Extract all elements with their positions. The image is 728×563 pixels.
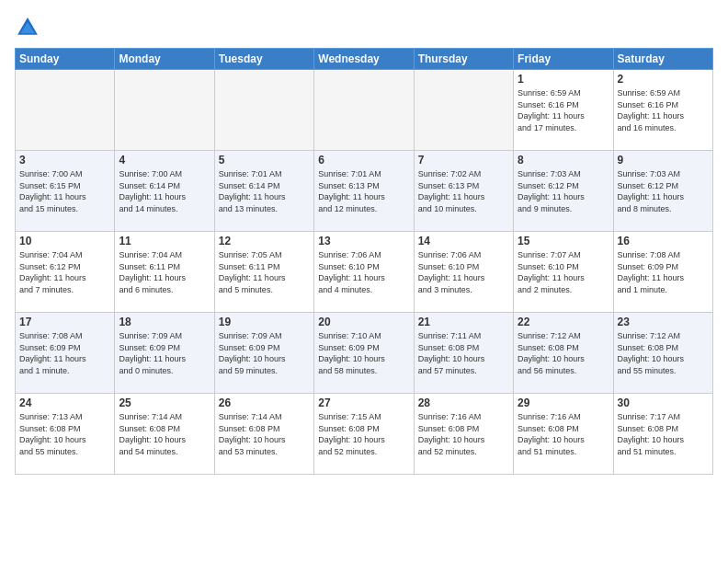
- calendar-cell: 29Sunrise: 7:16 AM Sunset: 6:08 PM Dayli…: [514, 394, 613, 475]
- calendar-cell: 15Sunrise: 7:07 AM Sunset: 6:10 PM Dayli…: [514, 232, 613, 313]
- weekday-header: Thursday: [414, 49, 513, 70]
- calendar-cell: 23Sunrise: 7:12 AM Sunset: 6:08 PM Dayli…: [613, 313, 712, 394]
- week-row: 24Sunrise: 7:13 AM Sunset: 6:08 PM Dayli…: [16, 394, 713, 475]
- day-number: 12: [219, 235, 310, 247]
- day-info: Sunrise: 7:06 AM Sunset: 6:10 PM Dayligh…: [318, 249, 409, 295]
- day-info: Sunrise: 7:10 AM Sunset: 6:09 PM Dayligh…: [318, 330, 409, 376]
- week-row: 3Sunrise: 7:00 AM Sunset: 6:15 PM Daylig…: [16, 151, 713, 232]
- day-info: Sunrise: 7:04 AM Sunset: 6:12 PM Dayligh…: [19, 249, 110, 295]
- calendar-cell: 18Sunrise: 7:09 AM Sunset: 6:09 PM Dayli…: [115, 313, 214, 394]
- day-number: 4: [119, 154, 210, 167]
- day-info: Sunrise: 7:12 AM Sunset: 6:08 PM Dayligh…: [618, 330, 709, 376]
- calendar-cell: 4Sunrise: 7:00 AM Sunset: 6:14 PM Daylig…: [115, 151, 214, 232]
- day-number: 13: [318, 235, 409, 247]
- day-number: 5: [219, 154, 310, 167]
- day-number: 3: [19, 154, 110, 167]
- calendar-cell: 24Sunrise: 7:13 AM Sunset: 6:08 PM Dayli…: [16, 394, 115, 475]
- logo: [15, 15, 44, 40]
- day-number: 15: [518, 235, 609, 247]
- calendar-cell: 30Sunrise: 7:17 AM Sunset: 6:08 PM Dayli…: [613, 394, 712, 475]
- day-number: 10: [19, 235, 110, 247]
- day-info: Sunrise: 7:15 AM Sunset: 6:08 PM Dayligh…: [318, 411, 409, 457]
- day-number: 20: [318, 316, 409, 328]
- weekday-header: Wednesday: [314, 49, 414, 70]
- calendar-cell: 28Sunrise: 7:16 AM Sunset: 6:08 PM Dayli…: [414, 394, 513, 475]
- weekday-header-row: SundayMondayTuesdayWednesdayThursdayFrid…: [16, 49, 713, 70]
- page: SundayMondayTuesdayWednesdayThursdayFrid…: [0, 0, 728, 563]
- weekday-header: Friday: [514, 49, 613, 70]
- calendar-cell: 22Sunrise: 7:12 AM Sunset: 6:08 PM Dayli…: [514, 313, 613, 394]
- day-number: 19: [219, 316, 310, 328]
- day-number: 2: [618, 73, 709, 86]
- calendar-cell: 2Sunrise: 6:59 AM Sunset: 6:16 PM Daylig…: [613, 70, 712, 151]
- day-info: Sunrise: 6:59 AM Sunset: 6:16 PM Dayligh…: [618, 87, 709, 133]
- day-number: 18: [119, 316, 210, 328]
- calendar-cell: 3Sunrise: 7:00 AM Sunset: 6:15 PM Daylig…: [16, 151, 115, 232]
- day-info: Sunrise: 7:12 AM Sunset: 6:08 PM Dayligh…: [518, 330, 609, 376]
- week-row: 10Sunrise: 7:04 AM Sunset: 6:12 PM Dayli…: [16, 232, 713, 313]
- day-info: Sunrise: 7:01 AM Sunset: 6:13 PM Dayligh…: [318, 168, 409, 214]
- day-info: Sunrise: 7:16 AM Sunset: 6:08 PM Dayligh…: [418, 411, 509, 457]
- calendar-cell: 1Sunrise: 6:59 AM Sunset: 6:16 PM Daylig…: [514, 70, 613, 151]
- day-number: 29: [518, 396, 609, 409]
- day-info: Sunrise: 7:09 AM Sunset: 6:09 PM Dayligh…: [119, 330, 210, 376]
- calendar-cell: [414, 70, 513, 151]
- calendar-cell: [16, 70, 115, 151]
- day-number: 27: [318, 396, 409, 409]
- calendar-cell: 14Sunrise: 7:06 AM Sunset: 6:10 PM Dayli…: [414, 232, 513, 313]
- day-info: Sunrise: 7:03 AM Sunset: 6:12 PM Dayligh…: [518, 168, 609, 214]
- day-number: 24: [19, 396, 110, 409]
- day-info: Sunrise: 7:05 AM Sunset: 6:11 PM Dayligh…: [219, 249, 310, 295]
- day-number: 8: [518, 154, 609, 167]
- calendar-cell: 5Sunrise: 7:01 AM Sunset: 6:14 PM Daylig…: [214, 151, 313, 232]
- calendar-cell: 11Sunrise: 7:04 AM Sunset: 6:11 PM Dayli…: [115, 232, 214, 313]
- day-number: 7: [418, 154, 509, 167]
- day-info: Sunrise: 7:11 AM Sunset: 6:08 PM Dayligh…: [418, 330, 509, 376]
- weekday-header: Sunday: [16, 49, 115, 70]
- day-number: 17: [19, 316, 110, 328]
- calendar-cell: 21Sunrise: 7:11 AM Sunset: 6:08 PM Dayli…: [414, 313, 513, 394]
- day-info: Sunrise: 6:59 AM Sunset: 6:16 PM Dayligh…: [518, 87, 609, 133]
- calendar-cell: 6Sunrise: 7:01 AM Sunset: 6:13 PM Daylig…: [314, 151, 414, 232]
- calendar-cell: 25Sunrise: 7:14 AM Sunset: 6:08 PM Dayli…: [115, 394, 214, 475]
- day-info: Sunrise: 7:09 AM Sunset: 6:09 PM Dayligh…: [219, 330, 310, 376]
- day-number: 11: [119, 235, 210, 247]
- day-number: 1: [518, 73, 609, 86]
- day-info: Sunrise: 7:14 AM Sunset: 6:08 PM Dayligh…: [119, 411, 210, 457]
- day-info: Sunrise: 7:06 AM Sunset: 6:10 PM Dayligh…: [418, 249, 509, 295]
- day-number: 22: [518, 316, 609, 328]
- day-info: Sunrise: 7:17 AM Sunset: 6:08 PM Dayligh…: [618, 411, 709, 457]
- day-info: Sunrise: 7:00 AM Sunset: 6:15 PM Dayligh…: [19, 168, 110, 214]
- day-number: 6: [318, 154, 409, 167]
- week-row: 1Sunrise: 6:59 AM Sunset: 6:16 PM Daylig…: [16, 70, 713, 151]
- day-number: 9: [618, 154, 709, 167]
- weekday-header: Saturday: [613, 49, 712, 70]
- calendar: SundayMondayTuesdayWednesdayThursdayFrid…: [15, 48, 713, 475]
- calendar-cell: [214, 70, 313, 151]
- day-info: Sunrise: 7:16 AM Sunset: 6:08 PM Dayligh…: [518, 411, 609, 457]
- calendar-cell: 12Sunrise: 7:05 AM Sunset: 6:11 PM Dayli…: [214, 232, 313, 313]
- weekday-header: Monday: [115, 49, 214, 70]
- day-info: Sunrise: 7:04 AM Sunset: 6:11 PM Dayligh…: [119, 249, 210, 295]
- calendar-cell: 19Sunrise: 7:09 AM Sunset: 6:09 PM Dayli…: [214, 313, 313, 394]
- day-number: 14: [418, 235, 509, 247]
- calendar-cell: 9Sunrise: 7:03 AM Sunset: 6:12 PM Daylig…: [613, 151, 712, 232]
- day-number: 21: [418, 316, 509, 328]
- day-number: 16: [618, 235, 709, 247]
- calendar-cell: 13Sunrise: 7:06 AM Sunset: 6:10 PM Dayli…: [314, 232, 414, 313]
- day-number: 30: [618, 396, 709, 409]
- day-info: Sunrise: 7:14 AM Sunset: 6:08 PM Dayligh…: [219, 411, 310, 457]
- calendar-cell: 17Sunrise: 7:08 AM Sunset: 6:09 PM Dayli…: [16, 313, 115, 394]
- day-info: Sunrise: 7:00 AM Sunset: 6:14 PM Dayligh…: [119, 168, 210, 214]
- calendar-cell: 7Sunrise: 7:02 AM Sunset: 6:13 PM Daylig…: [414, 151, 513, 232]
- day-info: Sunrise: 7:08 AM Sunset: 6:09 PM Dayligh…: [618, 249, 709, 295]
- day-number: 28: [418, 396, 509, 409]
- day-info: Sunrise: 7:07 AM Sunset: 6:10 PM Dayligh…: [518, 249, 609, 295]
- day-number: 25: [119, 396, 210, 409]
- day-number: 26: [219, 396, 310, 409]
- calendar-cell: 20Sunrise: 7:10 AM Sunset: 6:09 PM Dayli…: [314, 313, 414, 394]
- weekday-header: Tuesday: [214, 49, 313, 70]
- calendar-cell: 26Sunrise: 7:14 AM Sunset: 6:08 PM Dayli…: [214, 394, 313, 475]
- day-info: Sunrise: 7:01 AM Sunset: 6:14 PM Dayligh…: [219, 168, 310, 214]
- calendar-cell: 27Sunrise: 7:15 AM Sunset: 6:08 PM Dayli…: [314, 394, 414, 475]
